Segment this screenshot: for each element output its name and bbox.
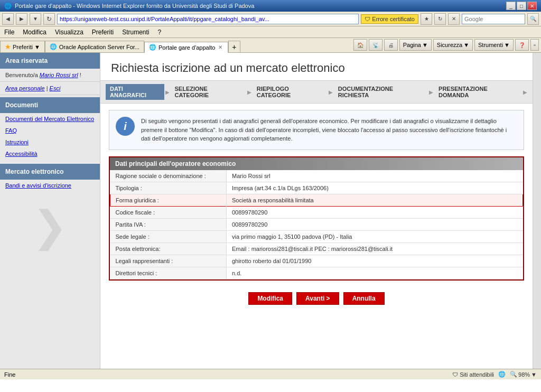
menu-strumenti[interactable]: Strumenti [120, 28, 151, 36]
pagina-label: Pagina [403, 42, 421, 48]
buttons-row: Modifica Avanti > Annulla [100, 286, 533, 311]
menu-modifica[interactable]: Modifica [21, 28, 49, 36]
menu-file[interactable]: File [2, 28, 16, 36]
tab-new-button[interactable]: + [228, 41, 240, 52]
window-title: Portale gare d'appalto - Windows Interne… [15, 3, 254, 9]
refresh-btn2[interactable]: ↻ [434, 13, 446, 25]
minimize-button[interactable]: _ [506, 2, 516, 10]
table-row: Direttori tecnici : n.d. [110, 267, 523, 279]
stop-btn[interactable]: ✕ [448, 13, 460, 25]
address-input[interactable] [57, 14, 359, 24]
refresh-button[interactable]: ↻ [43, 13, 55, 25]
zoom-dropdown-icon: ▼ [531, 371, 537, 378]
zoom-control[interactable]: 🔍 98% ▼ [510, 371, 537, 378]
address-bar: ◀ ▶ ▼ ↻ 🛡 Errore certificato ★ ↻ ✕ 🔍 [0, 12, 541, 26]
sidebar: Area riservata Benvenuto/a Mario Rossi s… [0, 53, 100, 369]
step-presentazione[interactable]: PRESENTAZIONE DOMANDA [434, 84, 522, 100]
row-label-7: Legali rappresentanti : [110, 255, 227, 267]
portale-tab-icon: 🌐 [149, 44, 156, 51]
pagina-dropdown-icon: ▼ [422, 42, 428, 48]
feeds-button[interactable]: 📡 [369, 39, 383, 51]
sidebar-section-documenti: Documenti [0, 97, 100, 113]
status-bar: Fine 🛡 Siti attendibili 🌐 🔍 98% ▼ [0, 369, 541, 379]
sidebar-personal-area: Area personale | Esci [0, 82, 100, 95]
pagina-button[interactable]: Pagina ▼ [399, 39, 432, 51]
row-value-4: 00899780290 [227, 218, 523, 230]
strumenti-button[interactable]: Strumenti ▼ [474, 39, 514, 51]
logout-link[interactable]: Esci [50, 85, 61, 91]
strumenti-dropdown-icon: ▼ [504, 42, 510, 48]
row-value-5: via primo maggio 1, 35100 padova (PD) - … [227, 230, 523, 242]
row-label-3: Codice fiscale : [110, 206, 227, 218]
step-dati-anagrafici[interactable]: DATI ANAGRAFICI [106, 84, 164, 100]
avanti-button[interactable]: Avanti > [296, 292, 339, 305]
strumenti-label: Strumenti [478, 42, 503, 48]
maximize-button[interactable]: □ [517, 2, 526, 10]
scroll-track[interactable] [533, 53, 541, 369]
earth-icon: 🌐 [498, 371, 506, 378]
row-label-8: Direttori tecnici : [110, 267, 227, 279]
tab-oracle[interactable]: 🌐 Oracle Application Server For... [45, 41, 144, 52]
sidebar-section-mercato: Mercato elettronico [0, 164, 100, 180]
step-arrow-3: ▶ [329, 89, 333, 95]
table-row: Legali rappresentanti : ghirotto roberto… [110, 255, 523, 267]
sidebar-link-faq[interactable]: FAQ [0, 125, 100, 136]
data-section: Dati principali dell'operatore economico… [109, 156, 524, 281]
step-arrow-1: ▶ [165, 89, 170, 95]
modifica-button[interactable]: Modifica [248, 292, 292, 305]
cert-error-badge[interactable]: 🛡 Errore certificato [361, 14, 418, 24]
table-row: Codice fiscale : 00899780290 [110, 206, 523, 218]
favorites-tab[interactable]: ★ Preferiti ▼ [0, 41, 45, 52]
star-icon: ★ [5, 43, 11, 51]
row-label-6: Posta elettronica: [110, 242, 227, 255]
table-row: Sede legale : via primo maggio 1, 35100 … [110, 230, 523, 242]
row-label-1: Tipologia : [110, 182, 227, 194]
steps-navigation: DATI ANAGRAFICI ▶ SELEZIONE CATEGORIE ▶ … [100, 80, 533, 104]
home-button[interactable]: 🏠 [353, 39, 367, 51]
sidebar-link-doc-mercato[interactable]: Documenti del Mercato Elettronico [0, 113, 100, 125]
tab-close-button[interactable]: ✕ [217, 44, 223, 50]
row-value-7: ghirotto roberto dal 01/01/1990 [227, 255, 523, 267]
data-section-header: Dati principali dell'operatore economico [110, 157, 523, 170]
status-secure: 🛡 Siti attendibili [452, 371, 494, 378]
step-riepilogo-categorie[interactable]: RIEPILOGO CATEGORIE [253, 84, 328, 100]
help-button[interactable]: ❓ [515, 39, 529, 51]
menu-visualizza[interactable]: Visualizza [53, 28, 86, 36]
search-go-button[interactable]: 🔍 [527, 13, 539, 25]
tab-portale[interactable]: 🌐 Portale gare d'appalto ✕ [144, 42, 228, 53]
step-selezione-categorie[interactable]: SELEZIONE CATEGORIE [171, 84, 246, 100]
sidebar-link-istruzioni[interactable]: Istruzioni [0, 136, 100, 148]
oracle-tab-label: Oracle Application Server For... [59, 44, 139, 50]
secure-label: Siti attendibili [460, 371, 494, 378]
sidebar-section-area-riservata: Area riservata [0, 53, 100, 69]
cert-error-icon: 🛡 [365, 16, 370, 22]
menu-preferiti[interactable]: Preferiti [90, 28, 116, 36]
row-value-3: 00899780290 [227, 206, 523, 218]
title-bar: 🌐 Portale gare d'appalto - Windows Inter… [0, 0, 541, 12]
table-row: Ragione sociale o denominazione : Mario … [110, 170, 523, 182]
sicurezza-button[interactable]: Sicurezza ▼ [433, 39, 473, 51]
step-documentazione[interactable]: DOCUMENTAZIONE RICHIESTA [334, 84, 428, 100]
tabs-toolbar-row: ★ Preferiti ▼ 🌐 Oracle Application Serve… [0, 38, 541, 53]
sidebar-link-bandi[interactable]: Bandi e avvisi d'iscrizione [0, 180, 100, 191]
sicurezza-dropdown-icon: ▼ [463, 42, 469, 48]
personal-area-link[interactable]: Area personale [5, 85, 45, 91]
close-button[interactable]: ✕ [527, 2, 537, 10]
menu-help[interactable]: ? [156, 28, 164, 36]
back-button[interactable]: ◀ [2, 13, 14, 25]
step-arrow-5: ▶ [523, 89, 527, 95]
favorites-dropdown[interactable]: ▼ [34, 44, 40, 50]
print-button[interactable]: 🖨 [384, 39, 398, 51]
status-text: Fine [4, 371, 447, 378]
annulla-button[interactable]: Annulla [343, 292, 385, 305]
sidebar-link-accessibilita[interactable]: Accessibilità [0, 148, 100, 160]
dropdown-button[interactable]: ▼ [30, 13, 41, 25]
favorites-btn[interactable]: ★ [421, 13, 432, 25]
expand-button[interactable]: » [530, 39, 539, 51]
table-row: Posta elettronica: Email : mariorossi281… [110, 242, 523, 255]
sidebar-username-link[interactable]: Mario Rossi srl [40, 72, 78, 78]
info-box: i Di seguito vengono presentati i dati a… [109, 110, 524, 150]
table-row: Forma giuridica : Società a responsabili… [110, 194, 523, 206]
search-input[interactable] [462, 14, 525, 24]
forward-button[interactable]: ▶ [16, 13, 27, 25]
